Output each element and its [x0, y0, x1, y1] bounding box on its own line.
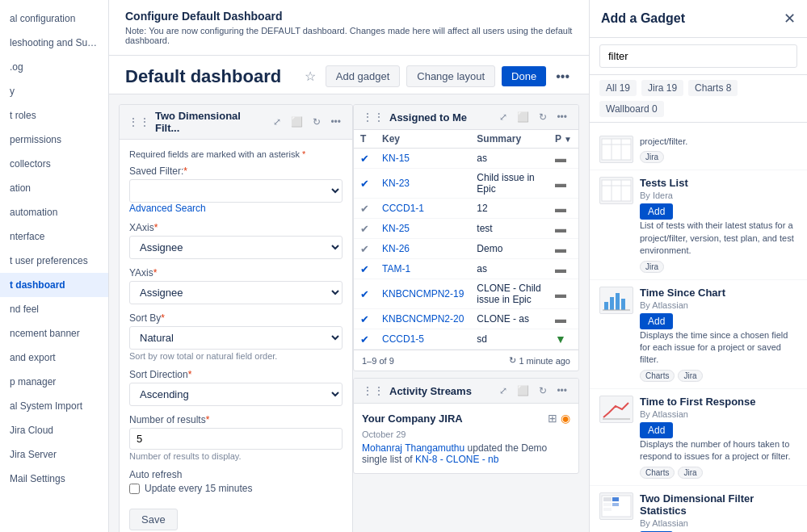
sidebar-item-banner[interactable]: ncement banner [0, 321, 108, 346]
col-key[interactable]: Key [376, 130, 470, 149]
expand-icon[interactable]: ⬜ [288, 115, 306, 129]
issue-priority-cell: ▬ [549, 219, 578, 239]
sidebar-item-troubleshoot[interactable]: leshooting and Support [0, 31, 108, 55]
gadget-tabs: All 19 Jira 19 Charts 8 Wallboard 0 [590, 75, 807, 123]
resize-icon[interactable]: ⤢ [270, 115, 284, 129]
priority-icon: ▬ [555, 177, 566, 190]
drag-handle-icon[interactable]: ⋮⋮ [128, 115, 150, 128]
num-results-input[interactable] [129, 428, 343, 450]
auto-refresh-checkbox[interactable] [129, 484, 140, 494]
issue-key-cell: KN-26 [376, 239, 470, 259]
tab-jira[interactable]: Jira 19 [641, 80, 683, 96]
sidebar-item-automation[interactable]: automation [0, 200, 108, 224]
sidebar-item-dashboard[interactable]: t dashboard [0, 273, 108, 297]
star-button[interactable]: ☆ [301, 65, 319, 87]
issue-summary-cell: CLONE - Child issue in Epic [470, 279, 549, 309]
more-icon[interactable]: ••• [327, 115, 344, 129]
gadget-item-by: By Atlassian [640, 300, 797, 310]
expand-icon[interactable]: ⬜ [514, 110, 532, 124]
sidebar-item-collectors[interactable]: collectors [0, 152, 108, 176]
sidebar-item-general-config[interactable]: al configuration [0, 6, 108, 31]
gadget-item-desc: project/filter. [640, 136, 797, 148]
gadget-item-by: By Atlassian [640, 518, 797, 528]
table-row: ✔ TAM-1 as ▬ [354, 259, 578, 279]
gadget-list-item: project/filter. Jira [590, 129, 807, 170]
issue-key-link[interactable]: KNBCNCMPN2-19 [382, 288, 464, 300]
done-button[interactable]: Done [502, 66, 546, 86]
expand-icon[interactable]: ⬜ [514, 383, 532, 398]
issue-key-link[interactable]: KN-25 [382, 223, 410, 234]
issue-key-link[interactable]: CCCD1-5 [382, 333, 424, 345]
issue-key-link[interactable]: TAM-1 [382, 263, 410, 274]
refresh-icon[interactable]: ↻ [309, 115, 324, 129]
drag-handle-icon[interactable]: ⋮⋮ [362, 384, 385, 397]
col-priority[interactable]: P ▼ [549, 130, 578, 149]
col-summary[interactable]: Summary [470, 130, 549, 149]
sidebar-item-mail-settings[interactable]: Mail Settings [0, 467, 108, 491]
activity-user-link[interactable]: Mohanraj Thangamuthu [362, 442, 464, 454]
saved-filter-select[interactable] [129, 179, 343, 203]
more-icon[interactable]: ••• [553, 383, 570, 398]
sidebar-item-user-prefs[interactable]: t user preferences [0, 249, 108, 273]
close-panel-button[interactable]: ✕ [784, 10, 796, 27]
issue-key-link[interactable]: KN-26 [382, 243, 410, 254]
activity-issue-link[interactable]: KN-8 - CLONE - nb [415, 454, 498, 465]
sidebar-item-ation[interactable]: ation [0, 176, 108, 200]
sidebar-item-export[interactable]: and export [0, 346, 108, 370]
refresh-icon: ↻ [509, 355, 516, 366]
gadget-actions: ⤢ ⬜ ↻ ••• [496, 110, 570, 124]
change-layout-button[interactable]: Change layout [406, 65, 495, 87]
sidebar-item-jira-cloud[interactable]: Jira Cloud [0, 418, 108, 442]
sidebar-item-permissions[interactable]: permissions [0, 128, 108, 152]
sidebar-item-jira-server[interactable]: Jira Server [0, 442, 108, 467]
gadget-item-desc: Displays the time since a chosen field f… [640, 329, 797, 367]
col-type: T [354, 130, 376, 149]
sort-direction-select[interactable]: Ascending [129, 383, 343, 406]
issue-key-link[interactable]: KNBCNCMPN2-20 [382, 313, 464, 325]
issue-key-link[interactable]: KN-15 [382, 153, 410, 164]
yaxis-select[interactable]: Assignee [129, 281, 343, 304]
more-options-button[interactable]: ••• [553, 66, 573, 87]
sidebar-item-manager[interactable]: p manager [0, 370, 108, 394]
xaxis-select[interactable]: Assignee [129, 236, 343, 259]
resize-icon[interactable]: ⤢ [496, 383, 511, 398]
sidebar-item-roles[interactable]: t roles [0, 103, 108, 128]
sort-by-select[interactable]: Natural [129, 326, 343, 350]
refresh-icon[interactable]: ↻ [536, 110, 550, 124]
add-gadget-item-button[interactable]: Add [640, 313, 673, 329]
tab-all[interactable]: All 19 [599, 80, 637, 96]
issue-type-cell: ✔ [354, 239, 376, 259]
add-gadget-button[interactable]: Add gadget [326, 65, 401, 87]
issue-type-icon: ✔ [360, 288, 369, 300]
add-gadget-item-button[interactable]: Add [640, 203, 673, 220]
issue-key-cell: CCCD1-1 [376, 199, 470, 219]
tab-charts[interactable]: Charts 8 [688, 80, 738, 96]
refresh-icon[interactable]: ↻ [536, 383, 550, 398]
tab-wallboard[interactable]: Wallboard 0 [599, 101, 664, 117]
advanced-search-link[interactable]: Advanced Search [129, 203, 343, 214]
2d-filter-body: Required fields are marked with an aster… [120, 140, 352, 532]
sidebar-item-log[interactable]: .og [0, 55, 108, 79]
gadget-tag: Jira [640, 261, 664, 273]
issue-key-link[interactable]: CCCD1-1 [382, 203, 424, 214]
save-button[interactable]: Save [129, 509, 178, 530]
issue-priority-cell: ▬ [549, 199, 578, 219]
priority-icon: ▬ [555, 222, 566, 235]
gadget-search-input[interactable] [599, 44, 797, 68]
svg-rect-9 [610, 297, 614, 310]
resize-icon[interactable]: ⤢ [496, 110, 511, 124]
sidebar-item-look-feel[interactable]: nd feel [0, 297, 108, 321]
drag-handle-icon[interactable]: ⋮⋮ [362, 111, 385, 124]
yaxis-group: YAxis* Assignee [129, 267, 343, 304]
sidebar-item-y[interactable]: y [0, 79, 108, 103]
issue-key-link[interactable]: KN-23 [382, 178, 410, 189]
add-gadget-item-button[interactable]: Add [640, 422, 673, 438]
more-icon[interactable]: ••• [553, 110, 570, 124]
issue-type-icon: ✔ [360, 243, 369, 255]
gadget-info: project/filter. Jira [640, 136, 797, 163]
issue-type-cell: ✔ [354, 309, 376, 329]
sidebar-item-interface[interactable]: nterface [0, 224, 108, 249]
sidebar-item-sys-import[interactable]: al System Import [0, 394, 108, 418]
xaxis-group: XAxis* Assignee [129, 222, 343, 259]
svg-rect-15 [603, 497, 612, 501]
